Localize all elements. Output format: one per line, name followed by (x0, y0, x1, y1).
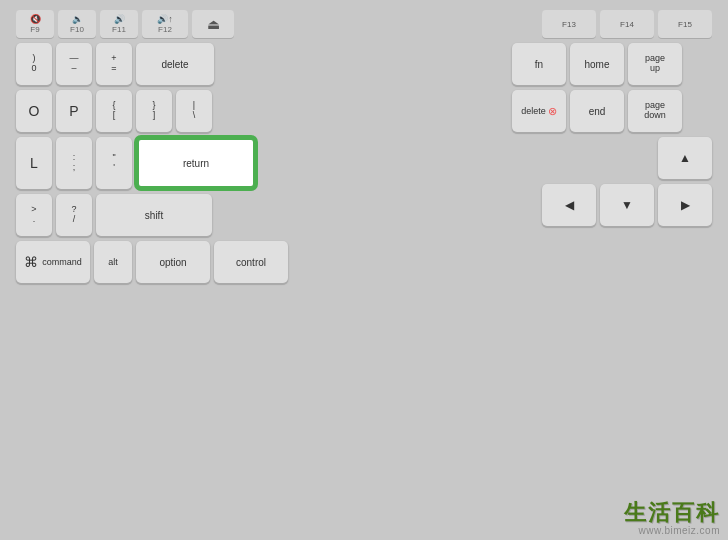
key-semicolon[interactable]: : ; (56, 137, 92, 189)
key-l[interactable]: L (16, 137, 52, 189)
key-page-up[interactable]: page up (628, 43, 682, 85)
key-bracket-close[interactable]: } ] (136, 90, 172, 132)
right-nav: fn home page up delete ⊗ end (512, 43, 712, 283)
function-row: 🔇 F9 🔈 F10 🔊 F11 🔊↑ F12 ⏏ F13 F14 F15 (16, 10, 712, 38)
nav-row4: ◀ ▼ ▶ (512, 184, 712, 226)
key-arrow-right[interactable]: ▶ (658, 184, 712, 226)
key-page-down[interactable]: page down (628, 90, 682, 132)
row-shift: > . ? / shift (16, 194, 476, 236)
key-f13[interactable]: F13 (542, 10, 596, 38)
watermark-url: www.bimeiz.com (639, 525, 720, 536)
key-slash[interactable]: ? / (56, 194, 92, 236)
key-return[interactable]: return (136, 137, 256, 189)
key-f11[interactable]: 🔊 F11 (100, 10, 138, 38)
key-arrow-left[interactable]: ◀ (542, 184, 596, 226)
key-equals[interactable]: + = (96, 43, 132, 85)
key-backslash[interactable]: | \ (176, 90, 212, 132)
key-o[interactable]: O (16, 90, 52, 132)
nav-row1: fn home page up (512, 43, 712, 85)
watermark-text: 生活百科 (624, 501, 720, 525)
key-f12[interactable]: 🔊↑ F12 (142, 10, 188, 38)
key-home[interactable]: home (570, 43, 624, 85)
watermark: 生活百科 www.bimeiz.com (624, 501, 720, 536)
key-f10[interactable]: 🔈 F10 (58, 10, 96, 38)
nav-row2: delete ⊗ end page down (512, 90, 712, 132)
key-quote[interactable]: " ' (96, 137, 132, 189)
key-arrow-up[interactable]: ▲ (658, 137, 712, 179)
key-0[interactable]: ) 0 (16, 43, 52, 85)
key-p[interactable]: P (56, 90, 92, 132)
row-op: O P { [ } ] | \ (16, 90, 476, 132)
key-option[interactable]: option (136, 241, 210, 283)
key-fn[interactable]: fn (512, 43, 566, 85)
left-keyboard: ) 0 — – + = delete O (16, 43, 476, 283)
key-delete[interactable]: delete (136, 43, 214, 85)
key-forward-delete[interactable]: delete ⊗ (512, 90, 566, 132)
row-modifiers: ⌘ command alt option control (16, 241, 476, 283)
key-f14[interactable]: F14 (600, 10, 654, 38)
keyboard-spacer (484, 43, 504, 283)
key-command[interactable]: ⌘ command (16, 241, 90, 283)
key-eject[interactable]: ⏏ (192, 10, 234, 38)
main-keyboard-area: ) 0 — – + = delete O (16, 43, 712, 283)
nav-row3: ▲ (512, 137, 712, 179)
key-arrow-down[interactable]: ▼ (600, 184, 654, 226)
key-f9[interactable]: 🔇 F9 (16, 10, 54, 38)
key-shift[interactable]: shift (96, 194, 212, 236)
keyboard-container: 🔇 F9 🔈 F10 🔊 F11 🔊↑ F12 ⏏ F13 F14 F15 ) (0, 0, 728, 540)
key-alt[interactable]: alt (94, 241, 132, 283)
row-l: L : ; " ' return (16, 137, 476, 189)
key-minus[interactable]: — – (56, 43, 92, 85)
key-end[interactable]: end (570, 90, 624, 132)
row-numbers: ) 0 — – + = delete (16, 43, 476, 85)
key-bracket-open[interactable]: { [ (96, 90, 132, 132)
key-f15[interactable]: F15 (658, 10, 712, 38)
key-period[interactable]: > . (16, 194, 52, 236)
key-control[interactable]: control (214, 241, 288, 283)
